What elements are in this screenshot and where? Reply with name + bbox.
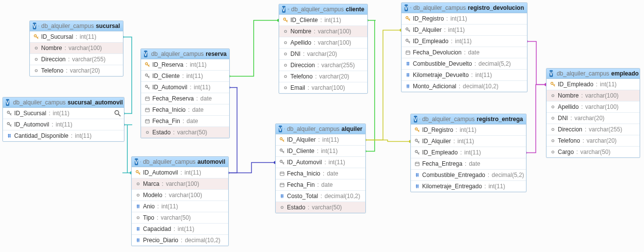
column-type: :	[465, 160, 466, 167]
column-type: :	[308, 84, 309, 91]
svg-point-49	[552, 95, 554, 97]
column-row[interactable]: Estado : varchar(50)	[141, 127, 229, 138]
calendar-icon	[415, 161, 420, 166]
column-row[interactable]: Telefono : varchar(20)	[547, 135, 640, 147]
table-cliente[interactable]: Vdb_alquiler_campusclienteID_Cliente : i…	[279, 4, 368, 94]
magnifier-icon[interactable]	[114, 110, 121, 118]
column-row[interactable]: ID_Registro : int(11)	[411, 125, 526, 136]
column-row[interactable]: ID_Registro : int(11)	[402, 13, 527, 25]
column-type-value: decimal(10,2)	[463, 83, 499, 90]
column-row[interactable]: Estado : varchar(50)	[276, 202, 365, 213]
gear-icon[interactable]	[284, 126, 285, 132]
column-row[interactable]: ID_Sucursal : int(11)	[30, 31, 123, 43]
column-row[interactable]: ID_Automovil : int(11)	[141, 82, 229, 93]
table-empleado[interactable]: Vdb_alquiler_campusempleadoID_Empleado :…	[546, 68, 640, 158]
column-row[interactable]: Nombre : varchar(100)	[279, 26, 367, 37]
column-row[interactable]: Telefono : varchar(20)	[30, 65, 123, 76]
column-row[interactable]: Nombre : varchar(100)	[30, 43, 123, 54]
column-row[interactable]: Direccion : varchar(255)	[30, 54, 123, 65]
table-sucursal_automovil[interactable]: Vdb_alquiler_campussucursal_automovilID_…	[2, 97, 124, 142]
table-header[interactable]: Vdb_alquiler_campusregistro_devolucion	[402, 3, 527, 13]
column-row[interactable]: ID_Cliente : int(11)	[276, 146, 365, 157]
column-type-value: varchar(100)	[585, 103, 619, 110]
table-registro_entrega[interactable]: Vdb_alquiler_campusregistro_entregaID_Re…	[410, 114, 526, 192]
column-row[interactable]: Direccion : varchar(255)	[279, 60, 367, 71]
gear-icon[interactable]	[419, 116, 420, 122]
column-row[interactable]: Capacidad : int(11)	[132, 224, 228, 235]
column-row[interactable]: ID_Cliente : int(11)	[279, 15, 367, 26]
gear-icon[interactable]	[38, 23, 40, 29]
er-diagram-canvas[interactable]: Vdb_alquiler_campussucursalID_Sucursal :…	[0, 0, 644, 252]
column-row[interactable]: Apellido : varchar(100)	[547, 101, 640, 113]
column-row[interactable]: Combustible_Devuelto : decimal(5,2)	[402, 58, 527, 70]
column-row[interactable]: Telefono : varchar(20)	[279, 71, 367, 82]
table-sucursal[interactable]: Vdb_alquiler_campussucursalID_Sucursal :…	[29, 21, 123, 76]
column-row[interactable]: Kilometraje_Entregado : int(11)	[411, 181, 526, 192]
table-alquiler[interactable]: Vdb_alquiler_campusalquilerID_Alquiler :…	[275, 124, 366, 213]
column-row[interactable]: ID_Alquiler : int(11)	[411, 136, 526, 147]
column-row[interactable]: Nombre : varchar(100)	[547, 90, 640, 101]
column-row[interactable]: Fecha_Inicio : date	[141, 104, 229, 116]
column-type: :	[484, 183, 486, 190]
column-row[interactable]: DNI : varchar(20)	[279, 49, 367, 60]
column-row[interactable]: Fecha_Devolucion : date	[402, 47, 527, 58]
column-row[interactable]: ID_Automovil : int(11)	[3, 119, 124, 130]
gear-icon[interactable]	[140, 159, 141, 165]
column-row[interactable]: ID_Reserva : int(11)	[141, 59, 229, 71]
table-header[interactable]: Vdb_alquiler_campussucursal	[30, 21, 123, 31]
column-type-value: int(11)	[329, 159, 345, 166]
column-name: ID_Automovil	[143, 169, 178, 176]
column-name: ID_Alquiler	[422, 138, 451, 145]
column-row[interactable]: Marca : varchar(100)	[132, 178, 228, 190]
table-header[interactable]: Vdb_alquiler_campusregistro_entrega	[411, 114, 526, 125]
column-row[interactable]: Kilometraje_Devuelto : int(11)	[402, 70, 527, 81]
table-reserva[interactable]: Vdb_alquiler_campusreservaID_Reserva : i…	[141, 49, 230, 138]
table-header[interactable]: Vdb_alquiler_campusempleado	[547, 69, 640, 79]
table-name-label: registro_entrega	[477, 116, 523, 123]
column-row[interactable]: ID_Automovil : int(11)	[132, 167, 228, 178]
column-row[interactable]: Cantidad_Disponible : int(11)	[3, 130, 124, 141]
column-row[interactable]: Tipo : varchar(50)	[132, 212, 228, 224]
column-row[interactable]: Precio_Diario : decimal(10,2)	[132, 235, 228, 246]
column-row[interactable]: ID_Automovil : int(11)	[276, 157, 365, 168]
column-type-value: varchar(50)	[177, 129, 207, 136]
table-header[interactable]: Vdb_alquiler_campusalquiler	[276, 124, 365, 134]
table-body: ID_Registro : int(11)ID_Alquiler : int(1…	[411, 125, 526, 192]
column-row[interactable]: Fecha_Inicio : date	[276, 168, 365, 179]
column-row[interactable]: Costo_Total : decimal(10,2)	[276, 191, 365, 202]
column-row[interactable]: Combustible_Entregado : decimal(5,2)	[411, 170, 526, 181]
column-row[interactable]: DNI : varchar(20)	[547, 113, 640, 124]
table-header[interactable]: Vdb_alquiler_campussucursal_automovil	[3, 98, 124, 108]
column-row[interactable]: Fecha_Reserva : date	[141, 93, 229, 104]
gear-icon[interactable]	[410, 5, 411, 11]
table-header[interactable]: Vdb_alquiler_campusreserva	[141, 49, 229, 59]
column-row[interactable]: ID_Empleado : int(11)	[547, 79, 640, 90]
column-row[interactable]: Monto_Adicional : decimal(10,2)	[402, 81, 527, 92]
column-row[interactable]: ID_Sucursal : int(11)	[3, 108, 124, 119]
column-type-value: decimal(5,2)	[492, 172, 524, 178]
column-row[interactable]: Apellido : varchar(100)	[279, 37, 367, 49]
table-registro_devolucion[interactable]: Vdb_alquiler_campusregistro_devolucionID…	[401, 2, 527, 92]
column-row[interactable]: ID_Alquiler : int(11)	[276, 134, 365, 146]
column-row[interactable]: ID_Empleado : int(11)	[411, 147, 526, 158]
table-header[interactable]: Vdb_alquiler_campusautomovil	[132, 157, 228, 167]
table-header[interactable]: Vdb_alquiler_campuscliente	[279, 4, 367, 15]
column-row[interactable]: Fecha_Entrega : date	[411, 158, 526, 170]
svg-point-21	[137, 217, 139, 219]
column-row[interactable]: Cargo : varchar(50)	[547, 147, 640, 157]
column-row[interactable]: Anio : int(11)	[132, 201, 228, 212]
column-row[interactable]: Fecha_Fin : date	[276, 179, 365, 191]
db-name-label: db_alquiler_campus	[41, 23, 94, 29]
column-row[interactable]: Modelo : varchar(100)	[132, 190, 228, 201]
hash-icon	[136, 227, 141, 231]
table-automovil[interactable]: Vdb_alquiler_campusautomovilID_Automovil…	[131, 156, 229, 246]
column-row[interactable]: Direccion : varchar(255)	[547, 124, 640, 135]
column-row[interactable]: ID_Empleado : int(11)	[402, 36, 527, 47]
column-row[interactable]: ID_Cliente : int(11)	[141, 71, 229, 82]
column-name: Combustible_Devuelto	[413, 60, 472, 67]
column-row[interactable]: Email : varchar(100)	[279, 82, 367, 93]
column-row[interactable]: Fecha_Fin : date	[141, 116, 229, 127]
gear-icon[interactable]	[287, 6, 289, 12]
svg-point-52	[552, 128, 554, 130]
column-row[interactable]: ID_Alquiler : int(11)	[402, 25, 527, 36]
